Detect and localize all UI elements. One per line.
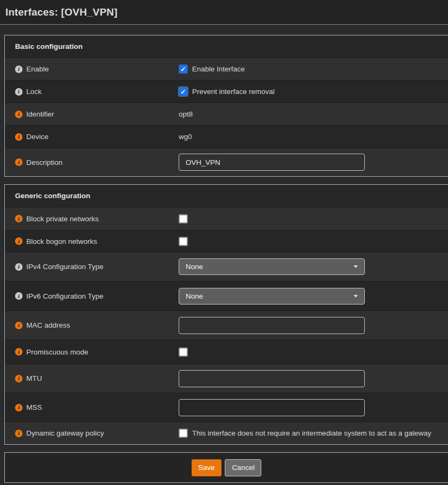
- lock-checkbox[interactable]: ✓: [179, 87, 188, 96]
- mss-input[interactable]: [179, 399, 365, 416]
- field-label: Block private networks: [26, 215, 99, 223]
- field-label: Enable: [26, 65, 49, 73]
- description-input[interactable]: [179, 154, 365, 171]
- page-header: Interfaces: [OVH_VPN]: [0, 0, 448, 25]
- ipv4-configuration-type-select[interactable]: None: [179, 258, 365, 275]
- field-label: Block bogon networks: [26, 237, 97, 245]
- info-icon[interactable]: i: [15, 237, 23, 245]
- checkbox-label: This interface does not require an inter…: [192, 429, 431, 437]
- ipv6-configuration-type-select[interactable]: None: [179, 288, 365, 305]
- basic-configuration-panel: Basic configuration i Enable ✓ Enable In…: [4, 35, 448, 177]
- mtu-input[interactable]: [179, 370, 365, 387]
- checkbox-label: Enable Interface: [192, 65, 245, 73]
- row-dynamic-gateway-policy: i Dynamic gateway policy This interface …: [5, 422, 448, 444]
- page-title: Interfaces: [OVH_VPN]: [5, 6, 117, 18]
- info-icon[interactable]: i: [15, 322, 23, 329]
- field-label: Device: [26, 133, 48, 141]
- info-icon[interactable]: i: [15, 88, 23, 96]
- identifier-value: opt8: [179, 110, 193, 118]
- checkbox-label: Prevent interface removal: [192, 88, 275, 96]
- form-actions-panel: Save Cancel: [4, 452, 448, 483]
- row-lock: i Lock ✓ Prevent interface removal: [5, 80, 448, 103]
- section-header-basic: Basic configuration: [5, 35, 448, 57]
- field-label: MAC address: [26, 321, 70, 329]
- info-icon[interactable]: i: [15, 348, 23, 356]
- section-title: Generic configuration: [15, 192, 90, 200]
- save-button[interactable]: Save: [192, 459, 222, 476]
- row-ipv4-configuration-type: i IPv4 Configuration Type None: [5, 252, 448, 281]
- field-label: MTU: [26, 374, 42, 382]
- field-label: Dynamic gateway policy: [26, 429, 104, 437]
- mac-address-input[interactable]: [179, 317, 365, 334]
- field-label: IPv6 Configuration Type: [26, 292, 104, 300]
- field-label: Identifier: [26, 110, 54, 118]
- info-icon[interactable]: i: [15, 430, 23, 437]
- check-icon: ✓: [180, 89, 186, 95]
- device-value: wg0: [179, 133, 192, 141]
- row-description: i Description: [5, 148, 448, 176]
- select-value: None: [186, 263, 203, 271]
- row-block-private-networks: i Block private networks: [5, 207, 448, 230]
- row-mss: i MSS: [5, 393, 448, 422]
- dynamic-gateway-policy-checkbox[interactable]: [179, 429, 188, 438]
- generic-configuration-panel: Generic configuration i Block private ne…: [4, 184, 448, 445]
- info-icon[interactable]: i: [15, 375, 23, 382]
- select-value: None: [186, 292, 203, 300]
- enable-checkbox[interactable]: ✓: [179, 64, 188, 74]
- block-private-networks-checkbox[interactable]: [179, 214, 188, 223]
- info-icon[interactable]: i: [15, 292, 23, 300]
- section-header-generic: Generic configuration: [5, 185, 448, 207]
- field-label: MSS: [26, 403, 42, 411]
- row-ipv6-configuration-type: i IPv6 Configuration Type None: [5, 281, 448, 310]
- row-mtu: i MTU: [5, 364, 448, 393]
- info-icon[interactable]: i: [15, 158, 23, 166]
- field-label: Lock: [26, 88, 42, 96]
- info-icon[interactable]: i: [15, 111, 23, 118]
- section-title: Basic configuration: [15, 42, 83, 50]
- info-icon[interactable]: i: [15, 133, 23, 141]
- row-identifier: i Identifier opt8: [5, 103, 448, 125]
- info-icon[interactable]: i: [15, 66, 23, 73]
- caret-down-icon: [354, 265, 358, 268]
- field-label: Promiscuous mode: [26, 348, 89, 356]
- info-icon[interactable]: i: [15, 263, 23, 271]
- row-device: i Device wg0: [5, 125, 448, 148]
- info-icon[interactable]: i: [15, 404, 23, 411]
- info-icon[interactable]: i: [15, 215, 23, 222]
- field-label: Description: [26, 158, 63, 167]
- cancel-button[interactable]: Cancel: [225, 459, 261, 476]
- caret-down-icon: [354, 295, 358, 298]
- check-icon: ✓: [180, 66, 186, 73]
- promiscuous-mode-checkbox[interactable]: [179, 348, 188, 357]
- row-promiscuous-mode: i Promiscuous mode: [5, 339, 448, 364]
- row-enable: i Enable ✓ Enable Interface: [5, 57, 448, 80]
- row-mac-address: i MAC address: [5, 310, 448, 339]
- block-bogon-networks-checkbox[interactable]: [179, 237, 188, 246]
- field-label: IPv4 Configuration Type: [26, 263, 104, 271]
- row-block-bogon-networks: i Block bogon networks: [5, 230, 448, 252]
